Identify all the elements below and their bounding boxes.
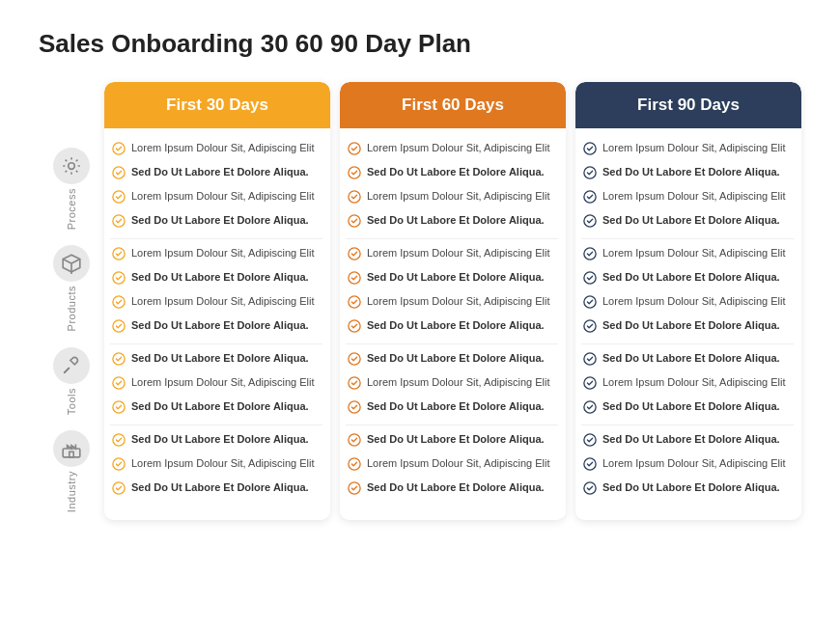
row-text: Sed Do Ut Labore Et Dolore Aliqua.: [602, 351, 780, 366]
check-icon: [583, 352, 597, 370]
list-item: Lorem Ipsum Dolour Sit, Adipiscing Elit: [110, 186, 322, 210]
row-text: Lorem Ipsum Dolour Sit, Adipiscing Elit: [602, 141, 786, 155]
col-90-tools-rows: Sed Do Ut Labore Et Dolore Aliqua. Lorem…: [581, 344, 794, 425]
col-60-tools-rows: Sed Do Ut Labore Et Dolore Aliqua. Lorem…: [346, 344, 558, 425]
list-item: Lorem Ipsum Dolour Sit, Adipiscing Elit: [346, 453, 558, 478]
page-title: Sales Onboarding 30 60 90 Day Plan: [39, 29, 801, 59]
row-text: Sed Do Ut Labore Et Dolore Aliqua.: [131, 432, 309, 447]
tools-label: Tools: [66, 388, 77, 415]
check-icon: [112, 295, 126, 313]
check-icon: [348, 433, 361, 451]
row-text: Lorem Ipsum Dolour Sit, Adipiscing Elit: [602, 456, 786, 471]
industry-label: Industry: [66, 471, 77, 512]
check-icon: [112, 457, 126, 475]
list-item: Lorem Ipsum Dolour Sit, Adipiscing Elit: [346, 372, 558, 397]
col-60-industry-rows: Sed Do Ut Labore Et Dolore Aliqua. Lorem…: [346, 425, 558, 506]
check-icon: [583, 271, 597, 288]
list-item: Sed Do Ut Labore Et Dolore Aliqua.: [346, 348, 558, 372]
sidebar: Process Products Tools Industry: [39, 140, 104, 520]
col-90-industry-rows: Sed Do Ut Labore Et Dolore Aliqua. Lorem…: [581, 425, 794, 506]
row-text: Sed Do Ut Labore Et Dolore Aliqua.: [131, 165, 309, 179]
row-text: Sed Do Ut Labore Et Dolore Aliqua.: [367, 270, 545, 285]
list-item: Lorem Ipsum Dolour Sit, Adipiscing Elit: [110, 138, 322, 162]
row-text: Sed Do Ut Labore Et Dolore Aliqua.: [131, 318, 309, 333]
row-text: Sed Do Ut Labore Et Dolore Aliqua.: [131, 270, 309, 285]
check-icon: [348, 352, 361, 370]
check-icon: [348, 142, 361, 159]
row-text: Lorem Ipsum Dolour Sit, Adipiscing Elit: [602, 246, 786, 260]
row-text: Lorem Ipsum Dolour Sit, Adipiscing Elit: [131, 375, 315, 390]
list-item: Lorem Ipsum Dolour Sit, Adipiscing Elit: [346, 291, 558, 315]
svg-rect-2: [70, 452, 73, 457]
row-text: Sed Do Ut Labore Et Dolore Aliqua.: [131, 351, 309, 366]
list-item: Sed Do Ut Labore Et Dolore Aliqua.: [581, 210, 794, 234]
check-icon: [583, 142, 597, 159]
row-text: Sed Do Ut Labore Et Dolore Aliqua.: [602, 432, 780, 447]
list-item: Lorem Ipsum Dolour Sit, Adipiscing Elit: [581, 453, 794, 478]
check-icon: [348, 376, 361, 394]
main-layout: Process Products Tools Industry First 30…: [39, 82, 801, 520]
list-item: Lorem Ipsum Dolour Sit, Adipiscing Elit: [110, 453, 322, 478]
check-icon: [583, 457, 597, 475]
svg-rect-1: [63, 449, 80, 457]
row-text: Sed Do Ut Labore Et Dolore Aliqua.: [602, 165, 780, 179]
list-item: Sed Do Ut Labore Et Dolore Aliqua.: [581, 478, 794, 502]
row-text: Lorem Ipsum Dolour Sit, Adipiscing Elit: [131, 246, 315, 260]
col-30: First 30 Days Lorem Ipsum Dolour Sit, Ad…: [104, 82, 330, 520]
list-item: Sed Do Ut Labore Et Dolore Aliqua.: [346, 162, 558, 186]
check-icon: [583, 376, 597, 394]
row-text: Lorem Ipsum Dolour Sit, Adipiscing Elit: [602, 189, 786, 204]
row-text: Sed Do Ut Labore Et Dolore Aliqua.: [131, 213, 309, 228]
row-text: Sed Do Ut Labore Et Dolore Aliqua.: [367, 399, 545, 414]
row-text: Sed Do Ut Labore Et Dolore Aliqua.: [131, 399, 309, 414]
col-90: First 90 Days Lorem Ipsum Dolour Sit, Ad…: [575, 82, 801, 520]
col-90-body: Lorem Ipsum Dolour Sit, Adipiscing Elit …: [575, 128, 801, 520]
tools-icon: [53, 347, 90, 384]
industry-icon: [53, 430, 90, 467]
check-icon: [348, 400, 361, 418]
check-icon: [112, 247, 126, 264]
check-icon: [583, 166, 597, 183]
row-text: Lorem Ipsum Dolour Sit, Adipiscing Elit: [602, 375, 786, 390]
process-label: Process: [66, 188, 77, 230]
check-icon: [112, 142, 126, 159]
col-60-process-rows: Lorem Ipsum Dolour Sit, Adipiscing Elit …: [346, 134, 558, 239]
col-60-body: Lorem Ipsum Dolour Sit, Adipiscing Elit …: [340, 128, 566, 520]
check-icon: [112, 271, 126, 288]
list-item: Lorem Ipsum Dolour Sit, Adipiscing Elit: [346, 243, 558, 267]
list-item: Sed Do Ut Labore Et Dolore Aliqua.: [110, 478, 322, 502]
list-item: Sed Do Ut Labore Et Dolore Aliqua.: [346, 210, 558, 234]
list-item: Sed Do Ut Labore Et Dolore Aliqua.: [581, 348, 794, 372]
list-item: Sed Do Ut Labore Et Dolore Aliqua.: [346, 315, 558, 340]
check-icon: [112, 190, 126, 207]
col-30-header: First 30 Days: [104, 82, 330, 128]
svg-point-0: [69, 163, 75, 170]
check-icon: [348, 190, 361, 207]
list-item: Lorem Ipsum Dolour Sit, Adipiscing Elit: [581, 186, 794, 210]
col-90-header: First 90 Days: [575, 82, 801, 128]
row-text: Sed Do Ut Labore Et Dolore Aliqua.: [367, 480, 545, 495]
check-icon: [112, 376, 126, 394]
sidebar-section-industry: Industry: [39, 423, 104, 520]
row-text: Sed Do Ut Labore Et Dolore Aliqua.: [367, 318, 545, 333]
col-60-header: First 60 Days: [340, 82, 566, 128]
check-icon: [348, 166, 361, 183]
list-item: Sed Do Ut Labore Et Dolore Aliqua.: [346, 478, 558, 502]
list-item: Lorem Ipsum Dolour Sit, Adipiscing Elit: [110, 243, 322, 267]
products-label: Products: [66, 286, 77, 331]
check-icon: [112, 166, 126, 183]
check-icon: [583, 247, 597, 264]
row-text: Lorem Ipsum Dolour Sit, Adipiscing Elit: [367, 246, 550, 260]
row-text: Lorem Ipsum Dolour Sit, Adipiscing Elit: [602, 294, 786, 309]
row-text: Lorem Ipsum Dolour Sit, Adipiscing Elit: [367, 375, 550, 390]
list-item: Sed Do Ut Labore Et Dolore Aliqua.: [581, 162, 794, 186]
row-text: Lorem Ipsum Dolour Sit, Adipiscing Elit: [131, 456, 315, 471]
list-item: Lorem Ipsum Dolour Sit, Adipiscing Elit: [581, 243, 794, 267]
check-icon: [348, 271, 361, 288]
check-icon: [348, 481, 361, 499]
row-text: Sed Do Ut Labore Et Dolore Aliqua.: [602, 399, 780, 414]
col-30-body: Lorem Ipsum Dolour Sit, Adipiscing Elit …: [104, 128, 330, 520]
col-30-products-rows: Lorem Ipsum Dolour Sit, Adipiscing Elit …: [110, 239, 322, 344]
check-icon: [583, 433, 597, 451]
row-text: Lorem Ipsum Dolour Sit, Adipiscing Elit: [131, 294, 315, 309]
